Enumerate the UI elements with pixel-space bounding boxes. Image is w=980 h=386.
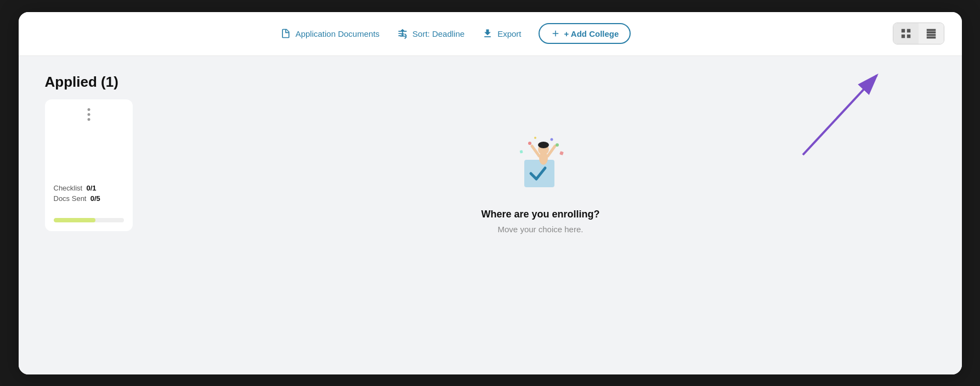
plus-icon — [551, 29, 560, 38]
checklist-stat: Checklist 0/1 — [54, 184, 100, 192]
toolbar-right — [893, 23, 944, 44]
docs-sent-label: Docs Sent — [54, 194, 87, 203]
document-icon — [280, 28, 291, 39]
svg-point-10 — [534, 137, 536, 139]
sort-label: Sort: Deadline — [412, 29, 464, 38]
view-toggle — [893, 23, 944, 44]
section-title: Applied (1) — [45, 74, 118, 90]
cards-area: Checklist 0/1 Docs Sent 0/5 — [19, 99, 962, 374]
svg-rect-13 — [519, 150, 523, 153]
app-documents-button[interactable]: Application Documents — [280, 28, 379, 39]
export-icon — [482, 28, 493, 39]
svg-point-5 — [538, 142, 549, 148]
checklist-label: Checklist — [54, 184, 83, 192]
card-menu-button[interactable] — [87, 108, 90, 121]
app-container: Application Documents Sort: Deadline Exp… — [19, 12, 962, 374]
svg-line-6 — [532, 146, 539, 156]
progress-bar-container — [54, 218, 124, 222]
enrollment-subtitle: Move your choice here. — [498, 225, 584, 234]
grid-view-button[interactable] — [893, 23, 919, 44]
sort-button[interactable]: Sort: Deadline — [397, 28, 464, 39]
docs-sent-value: 0/5 — [90, 194, 100, 203]
app-documents-label: Application Documents — [296, 29, 379, 38]
svg-point-9 — [556, 143, 559, 147]
docs-sent-stat: Docs Sent 0/5 — [54, 194, 100, 203]
add-college-button[interactable]: + Add College — [539, 23, 631, 44]
svg-line-7 — [548, 146, 555, 156]
sort-icon — [397, 28, 408, 39]
section-header: Applied (1) — [19, 56, 962, 99]
svg-rect-12 — [559, 151, 564, 155]
export-button[interactable]: Export — [482, 28, 521, 39]
enrollment-title: Where are you enrolling? — [481, 209, 599, 220]
checklist-value: 0/1 — [86, 184, 96, 192]
svg-point-8 — [528, 142, 531, 145]
college-card: Checklist 0/1 Docs Sent 0/5 — [45, 99, 133, 231]
table-icon — [925, 27, 937, 40]
enrollment-card: Where are you enrolling? Move your choic… — [146, 99, 936, 264]
celebration-illustration — [508, 130, 574, 195]
svg-point-11 — [550, 138, 553, 141]
dot-2 — [87, 113, 90, 116]
toolbar-left: Application Documents Sort: Deadline Exp… — [36, 23, 875, 44]
card-stats: Checklist 0/1 Docs Sent 0/5 — [54, 184, 100, 205]
main-content: Applied (1) Checklist 0/1 Docs Sent — [19, 56, 962, 374]
progress-bar-fill — [54, 218, 96, 222]
add-college-label: + Add College — [564, 29, 619, 38]
dot-1 — [87, 108, 90, 111]
toolbar: Application Documents Sort: Deadline Exp… — [19, 12, 962, 56]
export-label: Export — [497, 29, 521, 38]
table-view-button[interactable] — [919, 23, 944, 44]
grid-icon — [900, 27, 912, 40]
dot-3 — [87, 118, 90, 121]
